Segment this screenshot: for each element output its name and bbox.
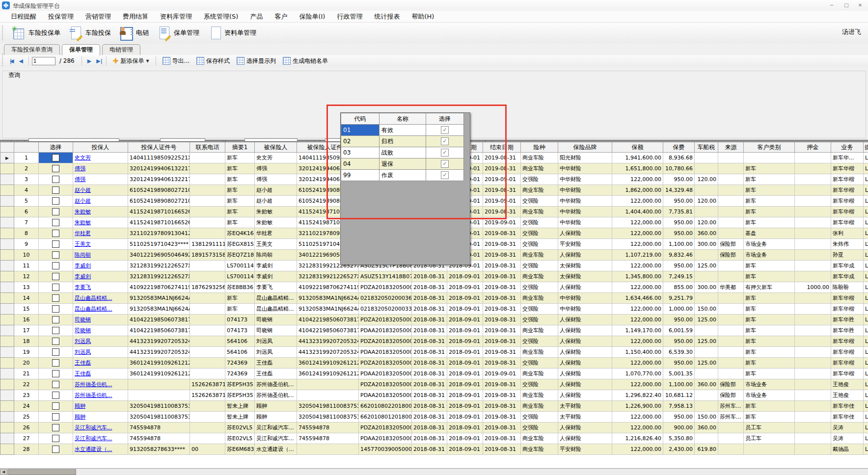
row-select-checkbox[interactable]	[52, 348, 59, 356]
row-select-checkbox[interactable]	[52, 305, 59, 313]
menu-item-8[interactable]: 客户	[269, 11, 293, 23]
applicant-link[interactable]: 苏州德圣伯机...	[75, 392, 112, 398]
menu-item-3[interactable]: 营销管理	[80, 11, 117, 23]
select-cell[interactable]	[39, 174, 73, 185]
row-select-checkbox[interactable]	[52, 262, 59, 269]
row-select-checkbox[interactable]	[52, 392, 59, 399]
row-select-checkbox[interactable]	[52, 316, 59, 323]
applicant-link[interactable]: 昆山鑫晶精精...	[75, 295, 112, 301]
status-code[interactable]: 99	[341, 170, 380, 181]
row-select-checkbox[interactable]	[52, 446, 59, 453]
status-check-cell[interactable]: ✓	[426, 170, 464, 181]
status-option-row[interactable]: 03战败✓	[341, 147, 464, 158]
column-header-被保险人[interactable]: 被保险人	[255, 142, 297, 153]
menu-item-1[interactable]: 日程提醒	[5, 11, 42, 23]
status-check-cell[interactable]: ✓	[426, 125, 464, 136]
select-cell[interactable]	[39, 239, 73, 250]
column-header-rownum[interactable]	[14, 142, 39, 153]
status-name[interactable]: 退保	[380, 158, 426, 170]
nav-action-保存样式[interactable]: 保存样式	[193, 57, 233, 65]
applicant-link[interactable]: 赵小超	[75, 187, 91, 193]
status-checkbox[interactable]: ✓	[441, 171, 449, 179]
next-page-icon[interactable]: ▶	[85, 58, 94, 64]
applicant-link[interactable]: 刘远凤	[75, 338, 91, 344]
nav-action-选择显示列[interactable]: 选择显示列	[233, 57, 279, 65]
close-icon[interactable]: ✕	[853, 1, 867, 9]
column-header-选择[interactable]: 选择	[39, 142, 73, 153]
status-check-cell[interactable]: ✓	[426, 158, 464, 170]
select-cell[interactable]	[39, 379, 73, 390]
select-cell[interactable]	[39, 228, 73, 239]
toolbar-button-电销[interactable]: 电销	[115, 24, 153, 42]
status-checkbox[interactable]: ✓	[441, 149, 449, 157]
toolbar-button-资料单管理[interactable]: 资料单管理	[203, 24, 260, 42]
row-select-checkbox[interactable]	[52, 435, 59, 442]
add-policy-button[interactable]: ✚ 新添保单 ▼	[109, 57, 153, 65]
applicant-link[interactable]: 史文芳	[75, 155, 91, 161]
tab-电销管理[interactable]: 电销管理	[102, 44, 140, 55]
select-cell[interactable]	[39, 282, 73, 293]
row-select-checkbox[interactable]	[52, 186, 59, 194]
applicant-link[interactable]: 王美文	[75, 241, 91, 247]
column-header-客户类别[interactable]: 客户类别	[744, 142, 795, 153]
row-select-checkbox[interactable]	[52, 273, 59, 280]
column-header-联系电话[interactable]: 联系电话	[190, 142, 225, 153]
status-checkbox[interactable]: ✓	[441, 137, 449, 145]
status-code[interactable]: 02	[341, 136, 380, 147]
row-select-checkbox[interactable]	[52, 197, 59, 205]
row-select-checkbox[interactable]	[52, 402, 59, 410]
tab-保单管理[interactable]: 保单管理	[62, 44, 100, 55]
select-cell[interactable]	[39, 261, 73, 271]
select-cell[interactable]	[39, 347, 73, 358]
select-cell[interactable]	[39, 196, 73, 207]
applicant-link[interactable]: 吴江和诚汽车...	[75, 424, 112, 431]
select-cell[interactable]	[39, 401, 73, 412]
applicant-link[interactable]: 顾翀	[75, 414, 85, 420]
select-cell[interactable]	[39, 315, 73, 325]
column-header-摘要1[interactable]: 摘要1	[225, 142, 255, 153]
select-cell[interactable]	[39, 271, 73, 282]
select-cell[interactable]	[39, 217, 73, 228]
status-option-row[interactable]: 04退保✓	[341, 158, 464, 170]
applicant-link[interactable]: 水立通建设（...	[75, 446, 112, 452]
status-name[interactable]: 作废	[380, 170, 426, 181]
applicant-link[interactable]: 昆山鑫晶精精...	[75, 306, 112, 312]
row-select-checkbox[interactable]	[52, 424, 59, 431]
applicant-link[interactable]: 李威剑	[75, 273, 91, 280]
status-code[interactable]: 03	[341, 147, 380, 158]
applicant-link[interactable]: 司晓钢	[75, 327, 91, 334]
column-header-保额[interactable]: 保额	[612, 142, 663, 153]
nav-action-生成电销名单[interactable]: 生成电销名单	[279, 57, 331, 65]
column-header-业务[interactable]: 业务	[831, 142, 864, 153]
status-option-row[interactable]: 99作废✓	[341, 170, 464, 181]
row-select-checkbox[interactable]	[52, 381, 59, 388]
column-header-险种[interactable]: 险种	[521, 142, 558, 153]
column-header-保险品牌[interactable]: 保险品牌	[558, 142, 612, 153]
menu-item-11[interactable]: 统计报表	[368, 11, 406, 23]
applicant-link[interactable]: 王佳磊	[75, 360, 91, 366]
maximize-icon[interactable]: □	[840, 1, 853, 9]
select-cell[interactable]	[39, 358, 73, 369]
column-header-结束日期[interactable]: 结束日期	[483, 142, 521, 153]
row-select-checkbox[interactable]	[52, 219, 59, 226]
applicant-link[interactable]: 朱贻敏	[75, 219, 91, 226]
status-checkbox[interactable]: ✓	[441, 160, 449, 168]
column-header-押金[interactable]: 押金	[795, 142, 831, 153]
applicant-link[interactable]: 陈尚朝	[75, 252, 91, 258]
row-select-checkbox[interactable]	[52, 294, 59, 302]
select-cell[interactable]	[39, 369, 73, 379]
minimize-icon[interactable]: ─	[825, 1, 839, 9]
select-cell[interactable]	[39, 185, 73, 196]
applicant-link[interactable]: 王佳磊	[75, 370, 91, 377]
row-select-checkbox[interactable]	[52, 370, 59, 377]
select-cell[interactable]	[39, 390, 73, 401]
applicant-link[interactable]: 赵小超	[75, 198, 91, 204]
status-option-row[interactable]: 01有效✓	[341, 125, 464, 136]
status-check-cell[interactable]: ✓	[426, 136, 464, 147]
applicant-link[interactable]: 吴江和诚汽车...	[75, 435, 112, 442]
status-code[interactable]: 04	[341, 158, 380, 170]
menu-item-7[interactable]: 产品	[244, 11, 269, 23]
applicant-link[interactable]: 司晓钢	[75, 317, 91, 323]
menu-item-10[interactable]: 行政管理	[331, 11, 368, 23]
column-header-来源[interactable]: 来源	[718, 142, 744, 153]
